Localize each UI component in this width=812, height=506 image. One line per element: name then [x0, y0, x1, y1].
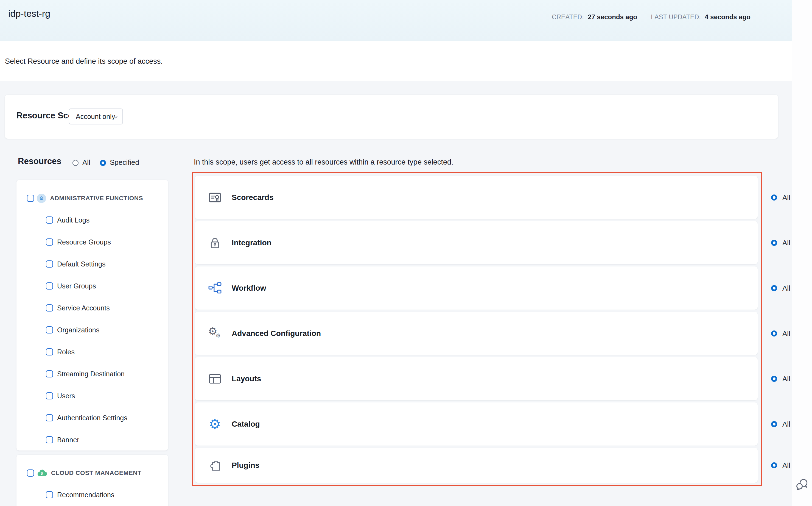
- all-radio[interactable]: [771, 462, 777, 469]
- cloud-dollar-icon: $: [36, 469, 47, 478]
- resource-group-card: $CLOUD COST MANAGEMENTRecommendations: [16, 455, 168, 506]
- resource-checkbox-item: Recommendations: [16, 484, 168, 506]
- item-label: Banner: [57, 436, 79, 444]
- scope-description: In this scope, users get access to all r…: [194, 158, 453, 166]
- item-label: Audit Logs: [57, 216, 90, 224]
- resource-checkbox-item: User Groups: [16, 275, 168, 297]
- resource-checkbox-item: Banner: [16, 429, 168, 451]
- item-checkbox[interactable]: [46, 326, 53, 334]
- resource-scope-select[interactable]: Account only: [69, 108, 123, 124]
- chat-button[interactable]: [796, 478, 809, 492]
- group-checkbox[interactable]: [27, 470, 34, 477]
- all-radio[interactable]: [771, 194, 777, 200]
- group-icon-holder: ⚙: [34, 194, 46, 203]
- svg-text:$: $: [40, 471, 43, 476]
- item-checkbox[interactable]: [46, 260, 53, 268]
- resource-type-label: Layouts: [232, 374, 261, 383]
- header-meta: CREATED: 27 seconds ago LAST UPDATED: 4 …: [552, 11, 750, 22]
- resources-radio-all[interactable]: [73, 160, 79, 166]
- resource-group-card: ⚙ADMINISTRATIVE FUNCTIONSAudit LogsResou…: [16, 180, 168, 450]
- item-label: Recommendations: [57, 491, 114, 499]
- header: idp-test-rg CREATED: 27 seconds ago LAST…: [0, 0, 792, 41]
- meta-separator: [644, 11, 644, 22]
- resource-group-row: $CLOUD COST MANAGEMENT: [16, 465, 168, 481]
- resource-checkbox-item: Audit Logs: [16, 209, 168, 231]
- resource-checkbox-item: Service Accounts: [16, 297, 168, 319]
- gear-icon: ⚙: [209, 417, 221, 431]
- resource-type-label: Integration: [232, 238, 272, 247]
- group-checkbox[interactable]: [27, 195, 34, 202]
- resource-scope-card: Resource Scope Account only: [5, 95, 778, 139]
- group-item-list: Audit LogsResource GroupsDefault Setting…: [16, 209, 168, 451]
- item-checkbox[interactable]: [46, 392, 53, 400]
- resource-type-label: Plugins: [232, 461, 260, 470]
- item-label: Authentication Settings: [57, 414, 127, 422]
- all-radio-label: All: [782, 461, 790, 470]
- type-icon-holder: [208, 236, 222, 250]
- resource-type-label: Advanced Configuration: [232, 329, 321, 338]
- group-label: ADMINISTRATIVE FUNCTIONS: [50, 195, 143, 202]
- item-label: Users: [57, 392, 75, 400]
- type-icon-holder: ⚙: [208, 417, 222, 431]
- content: Resource Scope Account only Resources Al…: [0, 81, 792, 506]
- group-item-list: Recommendations: [16, 484, 168, 506]
- type-icon-holder: [208, 458, 222, 472]
- type-icon-holder: ⚙⚙: [208, 327, 222, 340]
- all-radio[interactable]: [771, 240, 777, 246]
- puzzle-icon: [208, 458, 222, 472]
- group-label: CLOUD COST MANAGEMENT: [51, 470, 141, 477]
- resource-type-row: PluginsAll: [195, 448, 757, 483]
- item-label: Default Settings: [57, 260, 106, 268]
- all-radio-label: All: [782, 420, 790, 428]
- item-checkbox[interactable]: [46, 436, 53, 443]
- right-rail: [792, 0, 812, 506]
- resource-checkbox-item: Users: [16, 385, 168, 407]
- updated-value: 4 seconds ago: [705, 13, 750, 21]
- item-checkbox[interactable]: [46, 304, 53, 312]
- resource-type-label: Scorecards: [232, 193, 274, 202]
- item-checkbox[interactable]: [46, 370, 53, 377]
- resource-type-row: ⚙⚙Advanced ConfigurationAll: [195, 312, 757, 355]
- resources-radio-specified[interactable]: [100, 160, 106, 166]
- item-label: Streaming Destination: [57, 370, 125, 378]
- item-label: User Groups: [57, 282, 96, 290]
- item-checkbox[interactable]: [46, 282, 53, 289]
- item-checkbox[interactable]: [46, 491, 53, 498]
- all-radio-label: All: [782, 329, 790, 338]
- type-icon-holder: [208, 281, 222, 295]
- workflow-icon: [208, 281, 222, 295]
- item-checkbox[interactable]: [46, 414, 53, 421]
- resource-checkbox-item: Authentication Settings: [16, 407, 168, 429]
- toolbar-description: Select Resource and define its scope of …: [5, 57, 163, 66]
- chat-icon: [796, 478, 809, 492]
- resources-radio-all-label: All: [82, 158, 90, 167]
- created-label: CREATED:: [552, 13, 584, 21]
- item-label: Roles: [57, 348, 75, 356]
- resources-radio-specified-label: Specified: [110, 158, 139, 167]
- resource-checkbox-item: Streaming Destination: [16, 363, 168, 385]
- resource-group-row: ⚙ADMINISTRATIVE FUNCTIONS: [16, 190, 168, 206]
- all-radio-label: All: [782, 193, 790, 202]
- all-radio-label: All: [782, 374, 790, 383]
- item-checkbox[interactable]: [46, 348, 53, 355]
- all-radio[interactable]: [771, 376, 777, 382]
- all-radio[interactable]: [771, 285, 777, 291]
- lock-icon: [208, 236, 222, 250]
- resource-type-label: Catalog: [232, 420, 260, 429]
- resource-checkbox-item: Default Settings: [16, 253, 168, 275]
- item-label: Service Accounts: [57, 304, 110, 312]
- resource-type-label: Workflow: [232, 284, 266, 292]
- resource-checkbox-item: Roles: [16, 341, 168, 363]
- type-icon-holder: [208, 191, 222, 204]
- item-checkbox[interactable]: [46, 217, 53, 224]
- resource-type-row: ⚙CatalogAllSpecified+ Add: [195, 403, 757, 445]
- admin-gear-icon: ⚙: [37, 194, 46, 203]
- type-icon-holder: [208, 372, 222, 386]
- resource-type-row: ScorecardsAllSpecified+ Add: [195, 176, 757, 219]
- all-radio[interactable]: [771, 421, 777, 427]
- all-radio[interactable]: [771, 330, 777, 337]
- created-value: 27 seconds ago: [588, 13, 637, 21]
- resources-title: Resources: [18, 156, 62, 166]
- item-checkbox[interactable]: [46, 238, 53, 246]
- all-radio-label: All: [782, 238, 790, 247]
